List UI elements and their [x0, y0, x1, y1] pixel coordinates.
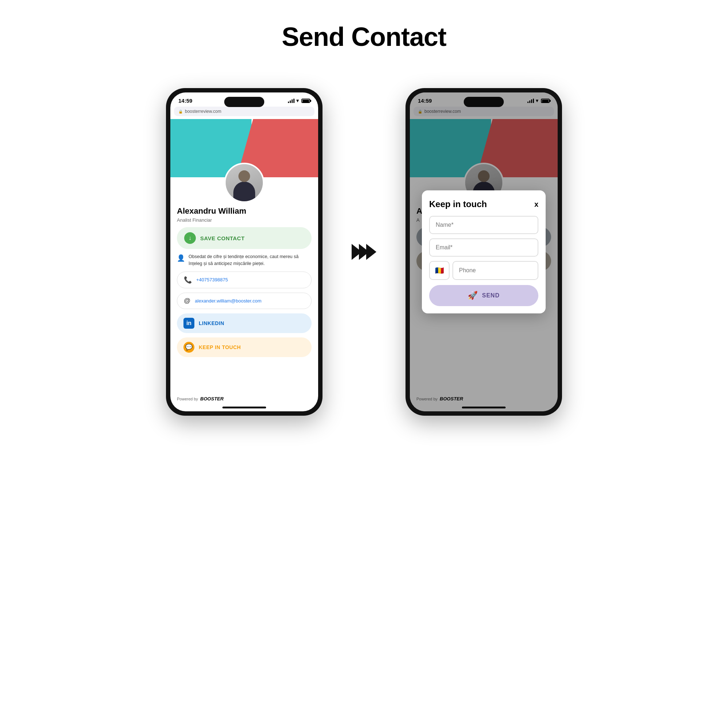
linkedin-label-1: LINKEDIN — [199, 320, 224, 326]
contact-name-1: Alexandru William — [177, 206, 312, 216]
signal-icon-1 — [288, 99, 294, 103]
flag-emoji: 🇷🇴 — [435, 266, 444, 275]
rocket-icon: 🚀 — [468, 291, 477, 300]
email-row[interactable]: @ alexander.william@booster.com — [177, 293, 312, 309]
browser-bar-1: 🔒 boosterreview.com — [174, 107, 315, 116]
keep-in-touch-button-1[interactable]: 💬 KEEP IN TOUCH — [177, 337, 312, 357]
send-button[interactable]: 🚀 SEND — [429, 285, 538, 306]
country-flag-select[interactable]: 🇷🇴 — [429, 261, 450, 280]
keep-in-touch-label-1: KEEP IN TOUCH — [199, 344, 241, 350]
battery-icon-1 — [301, 99, 310, 103]
modal-close-button[interactable]: x — [534, 200, 538, 209]
hero-section-1 — [170, 119, 318, 192]
person-head-1 — [239, 170, 250, 182]
name-input[interactable] — [429, 216, 538, 234]
dynamic-island-1 — [224, 97, 264, 107]
phone-number: +40757398875 — [196, 277, 228, 283]
email-input[interactable] — [429, 239, 538, 257]
chevron-3 — [366, 244, 376, 260]
phone-1: 14:59 ▾ 🔒 boosterreview.com — [166, 88, 323, 416]
lock-icon-1: 🔒 — [178, 110, 183, 113]
phone-input-row: 🇷🇴 — [429, 261, 538, 280]
modal-header: Keep in touch x — [429, 199, 538, 209]
bio-row: 👤 Obsedat de cifre și tendințe economice… — [177, 253, 312, 267]
status-icons-1: ▾ — [288, 98, 310, 103]
home-indicator-1 — [222, 407, 266, 408]
phone-input[interactable] — [453, 261, 538, 280]
keep-in-touch-modal: Keep in touch x 🇷🇴 🚀 SEND — [422, 190, 546, 314]
modal-overlay: Keep in touch x 🇷🇴 🚀 SEND — [410, 92, 558, 411]
status-time-1: 14:59 — [178, 98, 192, 104]
powered-by-1: Powered by — [177, 397, 198, 401]
booster-logo-1: BOOSTER — [200, 396, 223, 401]
phone-2: 14:59 ▾ 🔒 boosterreview.com — [405, 88, 562, 416]
person-silhouette-1 — [231, 168, 257, 201]
phone-1-screen: 14:59 ▾ 🔒 boosterreview.com — [170, 92, 318, 411]
save-contact-button[interactable]: ↓ SAVE CONTACT — [177, 227, 312, 249]
save-icon: ↓ — [184, 232, 196, 244]
avatar-1 — [224, 163, 264, 203]
footer-1: Powered by BOOSTER — [170, 393, 318, 407]
modal-title: Keep in touch — [429, 199, 487, 209]
email-address: alexander.william@booster.com — [195, 298, 262, 304]
phones-container: 14:59 ▾ 🔒 boosterreview.com — [166, 88, 562, 416]
contact-title-1: Analist Financiar — [177, 217, 312, 223]
linkedin-logo-1: in — [184, 318, 194, 329]
avatar-placeholder-1 — [226, 164, 263, 201]
bio-icon: 👤 — [177, 254, 185, 262]
send-label: SEND — [482, 292, 499, 299]
person-body-1 — [233, 182, 255, 201]
phone-row[interactable]: 📞 +40757398875 — [177, 272, 312, 288]
save-contact-label: SAVE CONTACT — [200, 235, 245, 241]
browser-url-1: boosterreview.com — [185, 109, 221, 114]
chat-icon-1: 💬 — [184, 342, 194, 353]
email-icon: @ — [184, 297, 190, 305]
linkedin-button-1[interactable]: in LINKEDIN — [177, 314, 312, 333]
content-area-1: Alexandru William Analist Financiar ↓ SA… — [170, 192, 318, 393]
page-title: Send Contact — [282, 22, 446, 52]
phone-icon: 📞 — [184, 276, 192, 284]
arrow-forward — [352, 244, 376, 260]
phone-2-screen: 14:59 ▾ 🔒 boosterreview.com — [410, 92, 558, 411]
wifi-icon-1: ▾ — [296, 98, 299, 103]
bio-text: Obsedat de cifre și tendințe economice, … — [188, 253, 312, 267]
